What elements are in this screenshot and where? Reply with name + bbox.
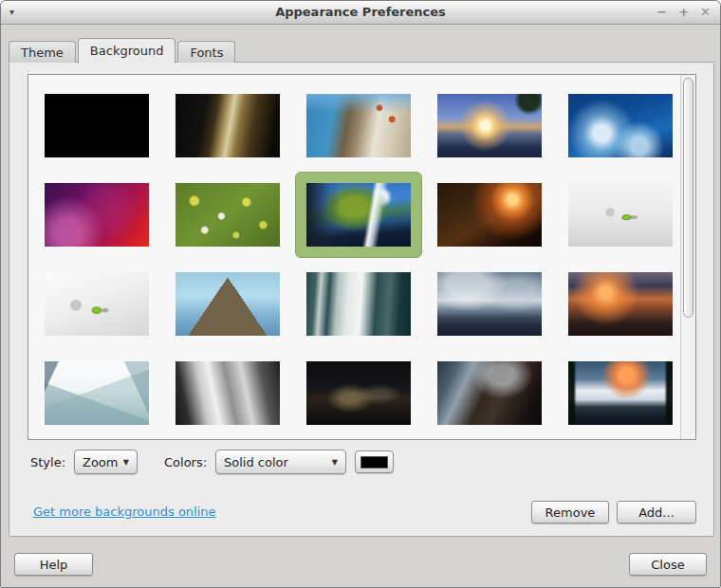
wallpaper-list xyxy=(28,74,696,440)
add-button-label: Add... xyxy=(638,505,675,520)
wallpaper-image xyxy=(437,94,542,157)
wallpaper-grid xyxy=(45,94,673,425)
wallpaper-thumbnail-sunset-over-water[interactable] xyxy=(568,272,673,336)
wallpaper-image xyxy=(568,361,673,425)
wallpaper-thumbnail-lit-building-night[interactable] xyxy=(176,94,280,157)
appearance-preferences-window: ▾ Appearance Preferences − + ✕ ThemeBack… xyxy=(0,0,721,588)
colors-label: Colors: xyxy=(164,455,207,469)
wallpaper-thumbnail-dark-shore-glitter[interactable] xyxy=(437,361,542,425)
background-tab-panel: Style: Zoom ▼ Colors: Solid color ▼ Get … xyxy=(9,62,714,537)
wallpaper-image xyxy=(45,361,149,425)
wallpaper-image xyxy=(437,361,542,425)
wallpaper-image xyxy=(437,183,542,247)
colors-dropdown[interactable]: Solid color ▼ xyxy=(215,450,346,474)
chevron-down-icon: ▼ xyxy=(332,458,338,467)
remove-button-label: Remove xyxy=(545,505,596,520)
maximize-button[interactable]: + xyxy=(678,5,689,20)
wallpaper-image xyxy=(568,272,673,336)
wallpaper-image xyxy=(176,94,280,157)
wallpaper-image xyxy=(568,94,673,157)
remove-button[interactable]: Remove xyxy=(531,501,609,524)
window-controls: − + ✕ xyxy=(656,5,711,20)
wallpaper-thumbnail-palm-beach-sunset[interactable] xyxy=(437,94,542,157)
wallpaper-thumbnail-glass-pyramid[interactable] xyxy=(176,272,280,336)
tab-background[interactable]: Background xyxy=(78,38,176,64)
help-button[interactable]: Help xyxy=(14,553,93,576)
close-button-label: Close xyxy=(651,558,684,572)
wallpaper-thumbnail-minimal-mountains[interactable] xyxy=(45,361,149,425)
wallpaper-image xyxy=(176,183,280,247)
wallpaper-thumbnail-glass-towers[interactable] xyxy=(306,272,411,336)
wallpaper-thumbnail-bw-curved-building[interactable] xyxy=(176,361,280,425)
scrollbar-thumb[interactable] xyxy=(683,78,693,318)
color-swatch-button[interactable] xyxy=(355,450,394,473)
wallpaper-thumbnail-city-skyline-clouds[interactable] xyxy=(437,272,542,336)
scrollbar-track[interactable] xyxy=(680,75,695,439)
wallpaper-image xyxy=(45,94,149,157)
close-window-button[interactable]: ✕ xyxy=(700,5,711,20)
chevron-down-icon: ▼ xyxy=(123,458,129,467)
add-button[interactable]: Add... xyxy=(617,501,696,524)
style-dropdown[interactable]: Zoom ▼ xyxy=(74,450,138,474)
tab-fonts[interactable]: Fonts xyxy=(177,41,235,63)
color-swatch-fill xyxy=(360,456,388,469)
wallpaper-image xyxy=(306,183,411,247)
wallpaper-image xyxy=(437,272,542,336)
wallpaper-thumbnail-dark-orange-sunset[interactable] xyxy=(437,183,542,247)
window-title: Appearance Preferences xyxy=(1,5,720,19)
wallpaper-thumbnail-night-city-panorama[interactable] xyxy=(306,361,411,425)
colors-dropdown-value: Solid color xyxy=(224,455,288,469)
close-button[interactable]: Close xyxy=(629,553,707,576)
wallpaper-thumbnail-purple-abstract[interactable] xyxy=(45,183,149,247)
wallpaper-image xyxy=(45,272,149,336)
wallpaper-thumbnail-flower-meadow[interactable] xyxy=(176,183,280,247)
wallpaper-thumbnail-mint-logo-studio-b[interactable] xyxy=(45,272,149,336)
get-more-backgrounds-link[interactable]: Get more backgrounds online xyxy=(33,505,216,519)
wallpaper-image xyxy=(45,183,149,247)
wallpaper-thumbnail-ocean-wave[interactable] xyxy=(568,94,673,157)
help-button-label: Help xyxy=(40,558,68,572)
wallpaper-image xyxy=(568,183,673,247)
wallpaper-thumbnail-snowy-mountain-sunset[interactable] xyxy=(568,361,673,425)
wallpaper-thumbnail-coastal-cliff-town[interactable] xyxy=(306,94,411,157)
wallpaper-image xyxy=(176,272,280,336)
wallpaper-image xyxy=(306,94,411,157)
tab-bar: ThemeBackgroundFonts xyxy=(9,37,237,63)
style-label: Style: xyxy=(30,455,65,469)
titlebar: ▾ Appearance Preferences − + ✕ xyxy=(1,1,720,25)
wallpaper-thumbnail-mint-logo-studio-a[interactable] xyxy=(568,183,673,247)
tab-theme[interactable]: Theme xyxy=(9,41,76,63)
wallpaper-thumbnail-green-cliff-beach[interactable] xyxy=(306,183,411,247)
style-dropdown-value: Zoom xyxy=(83,455,118,469)
wallpaper-image xyxy=(306,361,411,425)
minimize-button[interactable]: − xyxy=(656,5,667,20)
wallpaper-thumbnail-solid-black[interactable] xyxy=(45,94,149,157)
wallpaper-image xyxy=(176,361,280,425)
wallpaper-image xyxy=(306,272,411,336)
